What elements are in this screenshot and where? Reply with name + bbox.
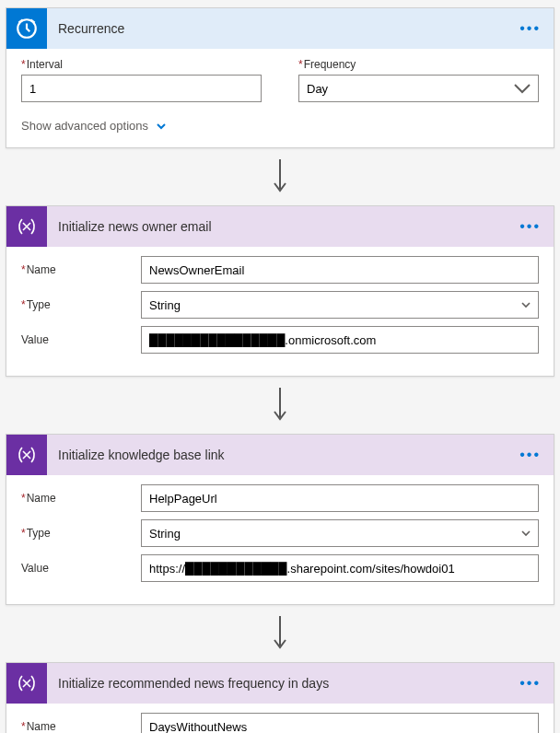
- init-days-menu[interactable]: •••: [516, 671, 544, 695]
- interval-input[interactable]: [21, 75, 262, 102]
- advanced-label: Show advanced options: [21, 119, 148, 133]
- init-kb-menu[interactable]: •••: [516, 443, 544, 467]
- clock-icon: [6, 8, 47, 49]
- recurrence-header[interactable]: Recurrence •••: [6, 8, 554, 49]
- init-email-title: Initialize news owner email: [47, 219, 516, 234]
- required-marker: *: [21, 298, 26, 311]
- name-label: Name: [27, 720, 56, 733]
- variable-icon: [6, 663, 47, 704]
- init-email-card: Initialize news owner email ••• *Name *T…: [6, 205, 554, 377]
- arrow-connector: [6, 152, 554, 205]
- required-marker: *: [21, 492, 26, 505]
- init-kb-card: Initialize knowledge base link ••• *Name…: [6, 434, 554, 605]
- type-label: Type: [27, 298, 51, 311]
- value-label: Value: [21, 333, 49, 346]
- variable-icon: [6, 435, 47, 475]
- arrow-connector: [6, 380, 554, 434]
- recurrence-card: Recurrence ••• * Interval * Frequency: [6, 7, 554, 148]
- name-input[interactable]: [141, 484, 539, 512]
- init-kb-title: Initialize knowledge base link: [47, 448, 516, 462]
- required-marker: *: [21, 720, 26, 733]
- required-marker: *: [21, 263, 26, 276]
- name-label: Name: [27, 263, 56, 276]
- value-label: Value: [21, 562, 49, 575]
- name-input[interactable]: [141, 256, 539, 284]
- interval-label: Interval: [27, 58, 63, 71]
- init-kb-header[interactable]: Initialize knowledge base link •••: [6, 435, 554, 475]
- type-select[interactable]: [141, 291, 539, 319]
- show-advanced-options-link[interactable]: Show advanced options: [21, 119, 167, 133]
- required-marker: *: [21, 527, 26, 540]
- init-email-menu[interactable]: •••: [516, 215, 544, 239]
- frequency-select[interactable]: [298, 75, 539, 102]
- init-days-title: Initialize recommended news frequency in…: [47, 676, 516, 691]
- recurrence-title: Recurrence: [47, 21, 516, 36]
- chevron-down-icon: [156, 121, 167, 132]
- recurrence-menu[interactable]: •••: [516, 17, 544, 41]
- init-days-card: Initialize recommended news frequency in…: [6, 662, 554, 733]
- name-input[interactable]: [141, 713, 539, 733]
- type-select[interactable]: [141, 519, 539, 547]
- frequency-label: Frequency: [304, 58, 356, 71]
- init-email-header[interactable]: Initialize news owner email •••: [6, 206, 554, 247]
- name-label: Name: [27, 492, 56, 505]
- type-label: Type: [27, 527, 51, 540]
- value-input[interactable]: [141, 326, 539, 354]
- arrow-connector: [6, 609, 554, 662]
- init-days-header[interactable]: Initialize recommended news frequency in…: [6, 663, 554, 704]
- variable-icon: [6, 206, 47, 247]
- required-marker: *: [298, 58, 303, 71]
- value-input[interactable]: [141, 554, 539, 582]
- required-marker: *: [21, 58, 26, 71]
